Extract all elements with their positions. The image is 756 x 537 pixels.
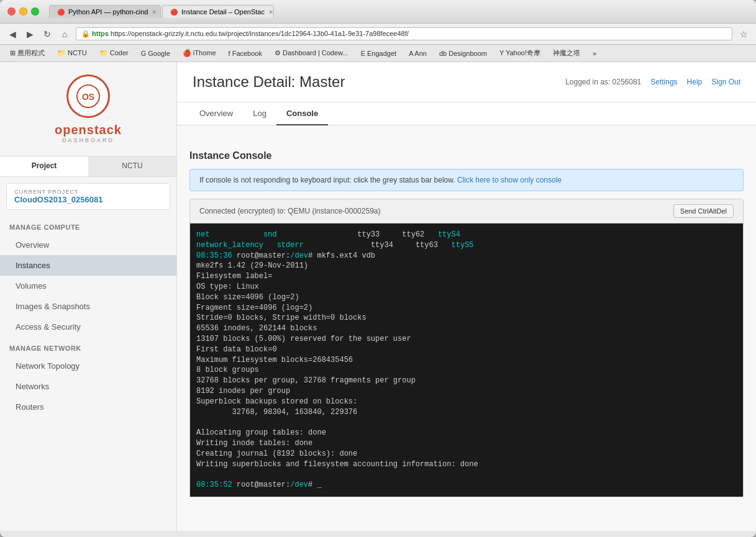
sidebar-item-network-topology[interactable]: Network Topology (0, 356, 176, 376)
traffic-lights (7, 7, 39, 16)
bookmark-facebook[interactable]: f Facebook (225, 48, 266, 58)
console-terminal[interactable]: net snd tty33 tty62 ttyS4 network_latenc… (190, 223, 743, 497)
help-link[interactable]: Help (687, 78, 703, 86)
sidebar-tabs: Project NCTU (0, 156, 176, 177)
app-layout: OS openstack DASHBOARD Project NCTU CURR… (0, 62, 756, 531)
tab-favicon-2: 🔴 (170, 9, 178, 16)
bookmark-designboom[interactable]: db Designboom (435, 48, 491, 58)
bookmark-yahoo[interactable]: Y Yahoo!奇摩 (496, 47, 544, 59)
address-bar: ◀ ▶ ↻ ⌂ 🔒 https https://openstack-grizzl… (0, 24, 756, 45)
openstack-logo-icon: OS (66, 74, 110, 118)
brand-name: openstack (12, 123, 164, 137)
tab-label-1: Python API — python-cind (68, 8, 148, 16)
sidebar-item-access-security[interactable]: Access & Security (0, 317, 176, 337)
sidebar-item-overview[interactable]: Overview (0, 235, 176, 255)
current-project-name[interactable]: CloudOS2013_0256081 (14, 195, 162, 204)
tab-close-2[interactable]: ✕ (268, 9, 273, 16)
https-badge: 🔒 https (81, 30, 109, 37)
instance-nav-tabs: Overview Log Console (177, 102, 756, 125)
url-text: https://openstack-grizzly.it.nctu.edu.tw… (111, 30, 409, 37)
forward-button[interactable]: ▶ (24, 29, 36, 39)
sidebar-item-volumes[interactable]: Volumes (0, 276, 176, 296)
svg-text:OS: OS (82, 92, 94, 102)
browser-tab-1[interactable]: 🔴 Python API — python-cind ✕ (49, 5, 161, 18)
bookmark-engadget[interactable]: E Engadget (357, 48, 401, 58)
home-button[interactable]: ⌂ (58, 29, 71, 39)
main-content: Instance Detail: Master Logged in as: 02… (177, 62, 756, 531)
bookmarks-bar: ⊞ 應用程式 📁 NCTU 📁 Coder G Google 🍎 iThome … (0, 45, 756, 62)
bookmark-game[interactable]: 神魔之塔 (549, 47, 584, 59)
title-bar: 🔴 Python API — python-cind ✕ 🔴 Instance … (0, 0, 756, 24)
sidebar-tab-project[interactable]: Project (0, 156, 88, 176)
sidebar-item-networks[interactable]: Networks (0, 376, 176, 397)
url-bar[interactable]: 🔒 https https://openstack-grizzly.it.nct… (76, 27, 732, 40)
bookmark-ann[interactable]: A Ann (405, 48, 430, 58)
tab-close-1[interactable]: ✕ (152, 9, 157, 16)
bookmark-coder[interactable]: 📁 Coder (96, 48, 132, 58)
content-area: Instance Console If console is not respo… (177, 138, 756, 510)
bookmark-google[interactable]: G Google (137, 48, 174, 58)
tab-console[interactable]: Console (276, 102, 328, 125)
manage-network-title: Manage Network (0, 337, 176, 356)
maximize-button[interactable] (31, 7, 39, 16)
bookmark-dashboard[interactable]: ⚙ Dashboard | Codew... (271, 48, 352, 58)
info-text: If console is not responding to keyboard… (199, 176, 455, 184)
sidebar-item-images-snapshots[interactable]: Images & Snapshots (0, 296, 176, 317)
bookmark-nctu[interactable]: 📁 NCTU (53, 48, 91, 58)
page-title: Instance Detail: Master (193, 73, 345, 91)
current-project-box: CURRENT PROJECT CloudOS2013_0256081 (6, 183, 170, 210)
browser-tab-2[interactable]: 🔴 Instance Detail – OpenStac ✕ (162, 5, 274, 18)
minimize-button[interactable] (19, 7, 27, 16)
star-button[interactable]: ☆ (737, 29, 750, 39)
back-button[interactable]: ◀ (6, 29, 19, 39)
sidebar-logo: OS openstack DASHBOARD (0, 62, 176, 156)
info-box: If console is not responding to keyboard… (189, 169, 744, 191)
browser-tabs: 🔴 Python API — python-cind ✕ 🔴 Instance … (49, 5, 274, 18)
sidebar-item-routers[interactable]: Routers (0, 397, 176, 417)
tab-favicon-1: 🔴 (57, 9, 65, 16)
tab-overview[interactable]: Overview (189, 102, 243, 125)
sidebar: OS openstack DASHBOARD Project NCTU CURR… (0, 62, 177, 531)
tab-log[interactable]: Log (243, 102, 276, 125)
bookmark-more[interactable]: » (589, 48, 600, 58)
logged-in-as: Logged in as: 0256081 (565, 78, 641, 86)
tab-label-2: Instance Detail – OpenStac (181, 8, 265, 16)
sidebar-tab-nctu[interactable]: NCTU (88, 156, 176, 176)
sidebar-item-instances[interactable]: Instances (0, 255, 176, 276)
signout-link[interactable]: Sign Out (711, 78, 740, 86)
header-actions: Logged in as: 0256081 Settings Help Sign… (565, 78, 740, 86)
current-project-label: CURRENT PROJECT (14, 189, 162, 195)
bookmark-ithome[interactable]: 🍎 iThome (179, 48, 220, 58)
close-button[interactable] (7, 7, 16, 16)
bookmark-apps[interactable]: ⊞ 應用程式 (6, 47, 48, 59)
refresh-button[interactable]: ↻ (41, 29, 53, 39)
manage-compute-title: Manage Compute (0, 216, 176, 235)
connected-text: Connected (encrypted) to: QEMU (instance… (199, 207, 381, 215)
instance-console-title: Instance Console (189, 150, 744, 161)
brand-subtitle: DASHBOARD (12, 137, 164, 143)
page-header: Instance Detail: Master Logged in as: 02… (177, 62, 756, 102)
console-wrapper: Connected (encrypted) to: QEMU (instance… (189, 199, 744, 497)
settings-link[interactable]: Settings (650, 78, 677, 86)
console-header: Connected (encrypted) to: QEMU (instance… (190, 199, 743, 223)
send-ctrlaltdel-button[interactable]: Send CtrlAltDel (673, 204, 734, 218)
show-console-link[interactable]: Click here to show only console (457, 176, 562, 184)
